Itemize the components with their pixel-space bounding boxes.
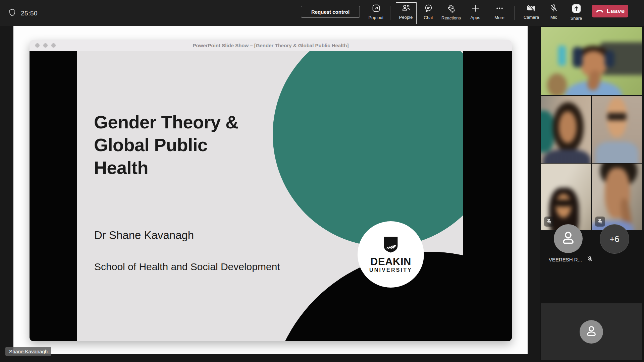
participant-avatar[interactable] (554, 224, 583, 253)
deakin-logo-text: DEAKIN (370, 256, 411, 267)
participant-video-1[interactable] (541, 27, 642, 95)
reactions-icon (446, 4, 456, 14)
participant-video-6[interactable] (541, 303, 642, 360)
meeting-toolbar: 25:50 Request control Pop out People Cha… (0, 0, 644, 26)
shared-screen-stage: PowerPoint Slide Show – [Gender Theory &… (0, 26, 540, 362)
video-art (541, 27, 642, 95)
participant-name-row: VEERESH R... (549, 256, 593, 263)
participant-name: VEERESH R... (549, 257, 582, 262)
share-button[interactable]: Share (567, 4, 586, 20)
overflow-participants-badge[interactable]: +6 (600, 224, 629, 254)
deakin-shield-icon (383, 236, 398, 254)
powerpoint-titlebar: PowerPoint Slide Show – [Gender Theory &… (30, 40, 512, 51)
apps-button[interactable]: Apps (466, 4, 485, 20)
teams-meeting-window: 25:50 Request control Pop out People Cha… (0, 0, 644, 362)
participant-video-2[interactable] (541, 96, 591, 163)
chat-button[interactable]: Chat (419, 4, 438, 20)
camera-button[interactable]: Camera (521, 4, 542, 19)
window-control-dots (35, 43, 56, 48)
people-icon (401, 4, 411, 14)
toolbar-divider (390, 6, 390, 20)
slide-department: School of Health and Social Development (94, 261, 280, 273)
reactions-button[interactable]: Reactions (442, 4, 461, 20)
shield-icon (8, 8, 16, 18)
hangup-icon (596, 7, 604, 15)
meeting-timer: 25:50 (8, 8, 38, 18)
mic-muted-icon (544, 217, 554, 227)
person-icon (559, 229, 577, 248)
more-button[interactable]: More (490, 4, 509, 20)
deakin-logo-subtext: UNIVERSITY (369, 267, 412, 273)
video-art (541, 96, 591, 163)
powerpoint-window: PowerPoint Slide Show – [Gender Theory &… (30, 40, 512, 341)
toolbar-divider (514, 6, 515, 20)
mic-muted-icon (549, 4, 558, 14)
presenter-name-overlay: Shane Kavanagh (5, 347, 51, 356)
participant-avatar (580, 320, 603, 344)
pop-out-icon (372, 4, 381, 14)
shared-desktop-surface: PowerPoint Slide Show – [Gender Theory &… (13, 26, 528, 354)
participant-video-4[interactable] (541, 164, 591, 230)
chat-icon (424, 4, 433, 14)
participants-sidebar: +6 VEERESH R... (540, 26, 644, 362)
people-button[interactable]: People (396, 4, 415, 19)
person-icon (584, 324, 598, 340)
share-icon (572, 4, 581, 15)
video-art (592, 96, 642, 163)
mic-muted-icon (587, 256, 593, 263)
mic-button[interactable]: Mic (544, 4, 563, 19)
timer-text: 25:50 (21, 10, 38, 17)
pop-out-button[interactable]: Pop out (367, 4, 385, 20)
camera-off-icon (526, 4, 536, 14)
leave-button[interactable]: Leave (592, 5, 628, 17)
participant-video-5[interactable] (592, 164, 642, 230)
slide-title: Gender Theory & Global Public Health (94, 111, 238, 179)
apps-plus-icon (471, 4, 480, 14)
mic-muted-icon (595, 217, 605, 227)
powerpoint-window-title: PowerPoint Slide Show – [Gender Theory &… (193, 43, 348, 48)
slide-right-panel (463, 51, 512, 341)
deakin-logo-badge: DEAKIN UNIVERSITY (358, 221, 424, 288)
participant-video-3[interactable] (592, 96, 642, 163)
slide-presenter-name: Dr Shane Kavanagh (94, 229, 194, 242)
more-dots-icon (495, 4, 504, 14)
slide-canvas: Gender Theory & Global Public Health Dr … (30, 51, 512, 341)
slide-left-bar (30, 51, 77, 341)
request-control-button[interactable]: Request control (301, 6, 360, 18)
